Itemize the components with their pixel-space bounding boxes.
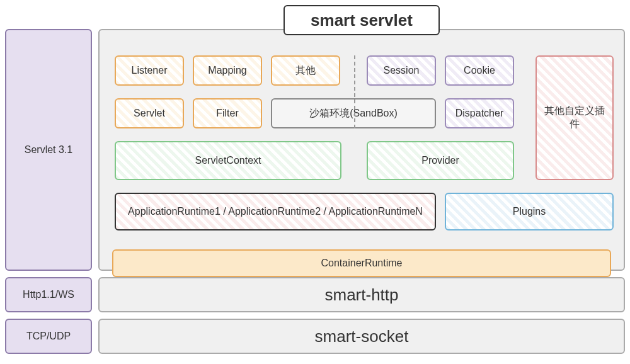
transport-box: TCP/UDP	[5, 319, 92, 354]
mapping-box: Mapping	[193, 55, 262, 86]
provider-box: Provider	[367, 141, 514, 180]
servlet-label: Servlet	[134, 108, 165, 119]
custom-plugins-label: 其他自定义插件	[542, 105, 607, 131]
smart-socket-label: smart-socket	[315, 327, 409, 346]
other-label: 其他	[295, 64, 316, 77]
filter-label: Filter	[216, 108, 239, 119]
servlet-context-label: ServletContext	[195, 155, 261, 166]
servlet-box: Servlet	[115, 98, 184, 128]
sandbox-box: 沙箱环境(SandBox)	[271, 98, 436, 128]
plugins-label: Plugins	[513, 206, 546, 217]
session-box: Session	[367, 55, 436, 86]
divider-line	[354, 55, 355, 128]
servlet-spec-label: Servlet 3.1	[25, 144, 72, 156]
container-runtime-label: ContainerRuntime	[321, 258, 403, 269]
provider-label: Provider	[421, 155, 459, 166]
listener-box: Listener	[115, 55, 184, 86]
container-runtime-box: ContainerRuntime	[112, 249, 611, 277]
cookie-box: Cookie	[445, 55, 514, 86]
title-box: smart servlet	[284, 5, 440, 35]
custom-plugins-box: 其他自定义插件	[536, 55, 614, 180]
smart-socket-box: smart-socket	[98, 319, 625, 354]
servlet-spec-box: Servlet 3.1	[5, 29, 92, 271]
sandbox-label: 沙箱环境(SandBox)	[309, 107, 398, 120]
plugins-box: Plugins	[445, 193, 614, 230]
listener-label: Listener	[132, 65, 168, 76]
other-box: 其他	[271, 55, 340, 86]
smart-http-box: smart-http	[98, 277, 625, 312]
filter-box: Filter	[193, 98, 262, 128]
http-protocol-box: Http1.1/WS	[5, 277, 92, 312]
servlet-context-box: ServletContext	[115, 141, 341, 180]
title-label: smart servlet	[311, 11, 413, 30]
cookie-label: Cookie	[464, 65, 495, 76]
dispatcher-label: Dispatcher	[455, 108, 503, 119]
dispatcher-box: Dispatcher	[445, 98, 514, 128]
app-runtime-label: ApplicationRuntime1 / ApplicationRuntime…	[128, 206, 423, 217]
app-runtime-box: ApplicationRuntime1 / ApplicationRuntime…	[115, 193, 436, 230]
smart-http-label: smart-http	[324, 285, 398, 305]
http-protocol-label: Http1.1/WS	[23, 289, 74, 300]
session-label: Session	[384, 65, 420, 76]
mapping-label: Mapping	[208, 65, 246, 76]
transport-label: TCP/UDP	[26, 331, 71, 342]
